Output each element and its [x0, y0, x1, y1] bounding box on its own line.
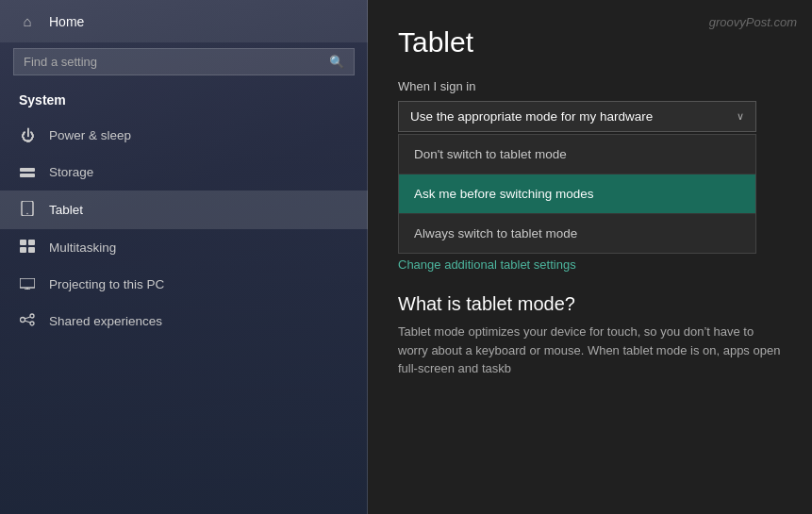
svg-rect-1 — [20, 174, 35, 177]
svg-point-12 — [30, 314, 34, 318]
svg-rect-8 — [20, 278, 35, 288]
svg-line-15 — [25, 321, 30, 323]
sidebar: ⌂ Home 🔍 System ⏻ Power & sleep Storage … — [0, 0, 368, 514]
storage-icon — [19, 164, 36, 180]
svg-rect-6 — [20, 247, 26, 253]
dropdown-selected-value: Use the appropriate mode for my hardware — [410, 109, 653, 124]
svg-rect-4 — [20, 240, 26, 245]
sidebar-item-label: Storage — [49, 165, 93, 179]
sign-in-label: When I sign in — [398, 79, 782, 93]
tablet-icon — [19, 201, 36, 219]
main-content: groovyPost.com Tablet When I sign in Use… — [368, 0, 812, 514]
power-sleep-icon: ⏻ — [19, 127, 36, 143]
home-label: Home — [49, 14, 84, 29]
search-button[interactable]: 🔍 — [329, 55, 344, 69]
sidebar-item-label: Projecting to this PC — [49, 277, 164, 291]
sidebar-item-shared[interactable]: Shared experiences — [0, 303, 368, 340]
sidebar-item-home[interactable]: ⌂ Home — [0, 0, 368, 42]
sidebar-item-label: Multitasking — [49, 240, 116, 255]
system-section-label: System — [0, 89, 368, 117]
dropdown-option-always-switch[interactable]: Always switch to tablet mode — [399, 214, 755, 253]
search-bar-container: 🔍 — [13, 48, 355, 75]
svg-rect-5 — [28, 240, 35, 245]
dropdown-arrow-icon: ∨ — [737, 110, 744, 123]
watermark: groovyPost.com — [709, 15, 797, 29]
dropdown-menu: Don't switch to tablet mode Ask me befor… — [398, 134, 756, 254]
multitasking-icon — [19, 240, 36, 256]
sidebar-item-label: Shared experiences — [49, 314, 162, 328]
what-is-tablet-mode-text: Tablet mode optimizes your device for to… — [398, 323, 782, 378]
sidebar-item-label: Tablet — [49, 203, 83, 217]
svg-rect-0 — [20, 168, 35, 172]
sidebar-divider — [367, 0, 368, 514]
svg-rect-7 — [28, 247, 35, 253]
svg-point-13 — [30, 322, 34, 325]
dropdown-option-dont-switch[interactable]: Don't switch to tablet mode — [399, 135, 755, 174]
page-title: Tablet — [398, 26, 782, 58]
change-additional-settings-link[interactable]: Change additional tablet settings — [398, 257, 576, 272]
sidebar-item-tablet[interactable]: Tablet — [0, 191, 368, 229]
dropdown-option-ask-me[interactable]: Ask me before switching modes — [399, 174, 755, 214]
search-input[interactable] — [24, 55, 322, 69]
shared-icon — [19, 313, 36, 329]
svg-point-11 — [21, 318, 25, 323]
svg-line-14 — [25, 317, 30, 319]
sidebar-item-storage[interactable]: Storage — [0, 154, 368, 191]
sidebar-item-multitasking[interactable]: Multitasking — [0, 229, 368, 266]
what-is-tablet-mode-title: What is tablet mode? — [398, 293, 782, 315]
home-icon: ⌂ — [19, 13, 36, 29]
projecting-icon — [19, 276, 36, 292]
svg-point-3 — [26, 213, 28, 215]
sidebar-item-projecting[interactable]: Projecting to this PC — [0, 266, 368, 303]
sidebar-item-label: Power & sleep — [49, 128, 131, 142]
sidebar-item-power-sleep[interactable]: ⏻ Power & sleep — [0, 117, 368, 154]
when-sign-in-dropdown[interactable]: Use the appropriate mode for my hardware… — [398, 101, 756, 132]
